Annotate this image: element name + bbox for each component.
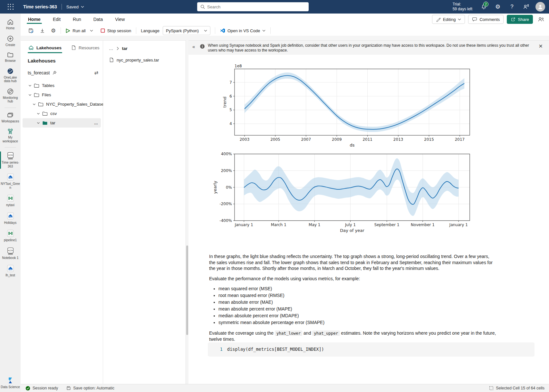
document-icon	[71, 45, 76, 50]
save-option-label: Save option: Automatic	[73, 386, 114, 390]
pin-icon[interactable]	[52, 71, 57, 75]
notebook-canvas: « When using Synapse notebook and Spark …	[188, 40, 549, 384]
run-all-dropdown[interactable]	[89, 26, 94, 35]
settings-button[interactable]: ⚙	[492, 1, 503, 12]
tab-lakehouses[interactable]: Lakehouses	[28, 43, 62, 53]
presence-button[interactable]	[536, 15, 546, 24]
tab-home[interactable]: Home	[27, 14, 41, 24]
sidebar-item-onelake-data-hub[interactable]: OneLake data hub	[0, 66, 21, 85]
sidebar-item-nytaxi[interactable]: nytaxi	[0, 193, 21, 209]
sidebar-item-nytaxi-green[interactable]: NYTaxi_Green	[0, 171, 21, 191]
file-item[interactable]: nyc_property_sales.tar	[103, 55, 186, 64]
sidebar-item-workspaces[interactable]: Workspaces	[0, 110, 21, 125]
switch-lakehouse-icon[interactable]: ⇄	[94, 70, 98, 76]
sidebar-item-pipeline1[interactable]: pipeline1	[0, 228, 21, 244]
chevron-down-icon[interactable]	[33, 103, 36, 106]
pipeline-icon	[6, 229, 14, 237]
stop-session-button[interactable]: Stop session	[98, 26, 134, 35]
sidebar-item-browse[interactable]: Browse	[0, 50, 21, 65]
sidebar-item-time-series-363[interactable]: </>Time series-363	[0, 150, 21, 170]
stop-session-label: Stop session	[107, 28, 131, 33]
toolbar-divider	[270, 27, 271, 34]
trial-status: Trial: 59 days left	[453, 2, 472, 12]
lakehouse-explorer-panel: Lakehouses Resources « Lakehouses ts_for…	[21, 40, 103, 384]
inline-code: yhat_lower	[275, 330, 302, 336]
tab-edit[interactable]: Edit	[52, 14, 61, 24]
rail-divider	[5, 108, 16, 108]
chevron-down-icon[interactable]	[28, 93, 32, 97]
yearly-seasonality-chart: January 1March 1May 1July 1September 1No…	[213, 151, 470, 234]
sidebar-item-label: Workspaces	[2, 120, 19, 123]
explorer-header: Lakehouses	[21, 53, 103, 63]
feedback-button[interactable]	[521, 1, 532, 12]
svg-text:</>: </>	[8, 249, 13, 252]
save-button[interactable]	[25, 26, 37, 35]
file-name: nyc_property_sales.tar	[117, 58, 159, 62]
markdown-cell[interactable]: In these graphs, the light blue shading …	[209, 253, 496, 347]
tab-run[interactable]: Run	[72, 14, 82, 24]
language-select[interactable]: PySpark (Python)	[163, 26, 210, 35]
vertical-scrollbar[interactable]	[186, 245, 188, 335]
tab-view[interactable]: View	[114, 14, 125, 24]
app-launcher-icon[interactable]	[5, 3, 16, 11]
toolbar-divider	[136, 27, 136, 34]
metric-list-item: mean squared error (MSE)	[218, 286, 496, 292]
sidebar-item-create[interactable]: Create	[0, 33, 21, 49]
sidebar-item-label: lh_test	[5, 273, 15, 277]
svg-text:2011: 2011	[362, 137, 372, 142]
sidebar-item-home[interactable]: Home	[0, 17, 21, 32]
run-all-button[interactable]: Run all	[63, 26, 88, 35]
save-status-menu[interactable]: Saved	[66, 5, 84, 9]
open-vscode-button[interactable]: Open in VS Code	[217, 26, 268, 35]
pipeline-icon	[6, 194, 14, 202]
tab-resources[interactable]: Resources	[71, 43, 100, 53]
import-button[interactable]	[37, 26, 48, 35]
sidebar-item-monitoring-hub[interactable]: Monitoring hub	[0, 86, 21, 105]
tree-item-tables[interactable]: Tables	[23, 81, 101, 90]
tree-item-nyc_property_sales_dataset[interactable]: NYC_Property_Sales_Dataset	[23, 100, 101, 109]
tree-item-files[interactable]: Files	[23, 90, 101, 100]
tree-item-tar[interactable]: tar…	[23, 118, 101, 128]
chevron-down-icon	[81, 6, 84, 8]
svg-text:2005: 2005	[270, 137, 280, 142]
rail-divider	[5, 147, 16, 148]
breadcrumb-current[interactable]: tar	[122, 46, 128, 51]
workspaces-icon	[6, 112, 14, 119]
share-button[interactable]: Share	[507, 15, 533, 24]
collapse-left-icon[interactable]: «	[190, 43, 197, 51]
persona-switcher-data-science[interactable]: Data Science	[0, 375, 21, 391]
code-cell[interactable]: 1 display(df_metrics[BEST_MODEL_INDEX])	[208, 342, 535, 357]
sidebar-item-label: Create	[5, 43, 15, 47]
session-settings-button[interactable]: ⚙	[48, 26, 59, 35]
sidebar-item-holidays[interactable]: Holidays	[0, 210, 21, 227]
lakehouse-name[interactable]: ts_forecast	[28, 70, 50, 75]
global-search[interactable]	[197, 2, 309, 11]
svg-text:yearly: yearly	[213, 181, 217, 194]
help-button[interactable]: ?	[506, 1, 517, 12]
chevron-down-icon[interactable]	[28, 84, 32, 87]
account-button[interactable]	[535, 1, 546, 12]
comments-button[interactable]: Comments	[468, 15, 504, 24]
line-number: 1	[208, 347, 223, 352]
share-label: Share	[518, 17, 529, 22]
sidebar-item-notebook-1[interactable]: </>Notebook 1	[0, 245, 21, 262]
save-icon	[66, 386, 71, 390]
tree-item-label: Tables	[42, 83, 54, 88]
notebook-toolbar: ⚙ Run all Stop session Language PySpark …	[21, 25, 549, 36]
breadcrumb-ellipsis-icon[interactable]: …	[109, 46, 113, 51]
tree-item-csv[interactable]: csv	[23, 109, 101, 118]
notifications-button[interactable]: 2	[478, 1, 489, 12]
save-option[interactable]: Save option: Automatic	[66, 386, 114, 390]
tab-data[interactable]: Data	[93, 14, 104, 24]
svg-text:ds: ds	[350, 143, 354, 148]
chevron-down-icon	[90, 30, 93, 32]
chevron-down-icon[interactable]	[37, 121, 40, 125]
sidebar-item-lh-test[interactable]: lh_test	[0, 263, 21, 279]
chevron-down-icon[interactable]	[37, 112, 40, 115]
editing-mode-button[interactable]: Editing	[432, 15, 465, 24]
more-options-icon[interactable]: …	[94, 121, 98, 125]
code-text[interactable]: display(df_metrics[BEST_MODEL_INDEX])	[227, 347, 324, 352]
search-input[interactable]	[207, 5, 305, 9]
close-icon[interactable]: ✕	[537, 43, 544, 50]
sidebar-item-my-workspace[interactable]: My workspace	[0, 126, 21, 145]
